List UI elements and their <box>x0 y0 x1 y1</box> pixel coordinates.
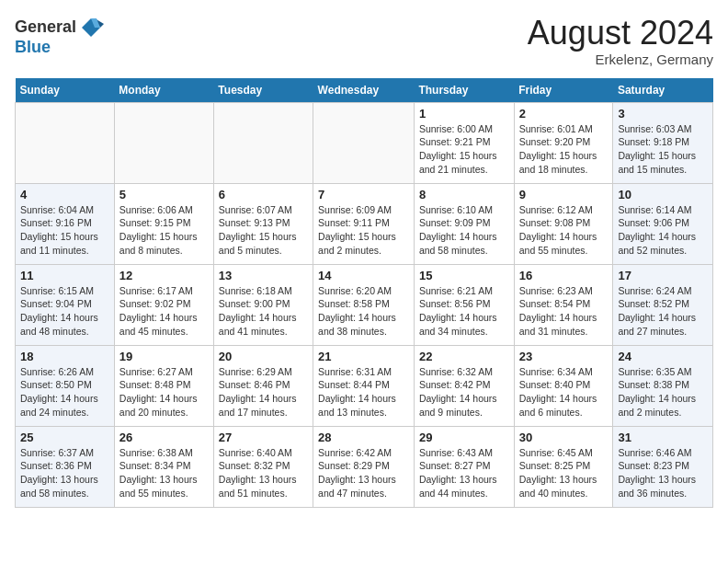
week-row-4: 18Sunrise: 6:26 AMSunset: 8:50 PMDayligh… <box>16 345 713 426</box>
day-info: Sunrise: 6:26 AMSunset: 8:50 PMDaylight:… <box>20 365 109 419</box>
day-number: 4 <box>20 188 109 201</box>
day-number: 8 <box>419 188 509 201</box>
day-header-sunday: Sunday <box>16 78 115 103</box>
calendar-cell <box>213 102 313 183</box>
day-header-friday: Friday <box>514 78 613 103</box>
day-header-wednesday: Wednesday <box>313 78 415 103</box>
calendar-cell: 31Sunrise: 6:46 AMSunset: 8:23 PMDayligh… <box>613 426 713 507</box>
calendar-cell: 21Sunrise: 6:31 AMSunset: 8:44 PMDayligh… <box>313 345 415 426</box>
day-number: 11 <box>20 269 109 282</box>
day-info: Sunrise: 6:34 AMSunset: 8:40 PMDaylight:… <box>519 365 609 419</box>
day-number: 25 <box>20 431 109 444</box>
calendar-cell: 4Sunrise: 6:04 AMSunset: 9:16 PMDaylight… <box>16 183 115 264</box>
calendar-cell: 23Sunrise: 6:34 AMSunset: 8:40 PMDayligh… <box>514 345 613 426</box>
day-info: Sunrise: 6:18 AMSunset: 9:00 PMDaylight:… <box>219 284 308 339</box>
day-info: Sunrise: 6:37 AMSunset: 8:36 PMDaylight:… <box>20 446 109 500</box>
calendar-cell: 8Sunrise: 6:10 AMSunset: 9:09 PMDaylight… <box>414 183 514 264</box>
day-info: Sunrise: 6:17 AMSunset: 9:02 PMDaylight:… <box>119 284 209 339</box>
logo-blue: Blue <box>15 39 104 57</box>
logo: General Blue <box>15 15 104 57</box>
calendar-cell: 24Sunrise: 6:35 AMSunset: 8:38 PMDayligh… <box>613 345 713 426</box>
calendar-cell <box>313 102 415 183</box>
calendar-cell <box>16 102 115 183</box>
calendar-cell: 7Sunrise: 6:09 AMSunset: 9:11 PMDaylight… <box>313 183 415 264</box>
week-row-3: 11Sunrise: 6:15 AMSunset: 9:04 PMDayligh… <box>16 264 713 345</box>
calendar-cell: 13Sunrise: 6:18 AMSunset: 9:00 PMDayligh… <box>213 264 313 345</box>
day-info: Sunrise: 6:43 AMSunset: 8:27 PMDaylight:… <box>419 446 509 500</box>
day-number: 5 <box>119 188 209 201</box>
day-number: 1 <box>419 107 509 121</box>
day-number: 27 <box>219 431 308 444</box>
calendar-cell: 6Sunrise: 6:07 AMSunset: 9:13 PMDaylight… <box>213 183 313 264</box>
day-number: 24 <box>618 350 708 363</box>
day-number: 13 <box>219 269 308 282</box>
day-number: 12 <box>119 269 209 282</box>
logo-icon <box>78 15 104 40</box>
day-number: 2 <box>519 107 609 121</box>
day-info: Sunrise: 6:32 AMSunset: 8:42 PMDaylight:… <box>419 365 509 419</box>
day-info: Sunrise: 6:03 AMSunset: 9:18 PMDaylight:… <box>618 122 708 177</box>
day-info: Sunrise: 6:24 AMSunset: 8:52 PMDaylight:… <box>618 284 708 339</box>
day-number: 16 <box>519 269 609 282</box>
logo-general: General <box>15 18 76 37</box>
day-number: 6 <box>219 188 308 201</box>
calendar-cell: 17Sunrise: 6:24 AMSunset: 8:52 PMDayligh… <box>613 264 713 345</box>
day-info: Sunrise: 6:46 AMSunset: 8:23 PMDaylight:… <box>618 446 708 500</box>
day-headers-row: SundayMondayTuesdayWednesdayThursdayFrid… <box>16 78 713 103</box>
day-info: Sunrise: 6:06 AMSunset: 9:15 PMDaylight:… <box>119 203 209 258</box>
day-info: Sunrise: 6:45 AMSunset: 8:25 PMDaylight:… <box>519 446 609 500</box>
day-number: 29 <box>419 431 509 444</box>
calendar-cell: 14Sunrise: 6:20 AMSunset: 8:58 PMDayligh… <box>313 264 415 345</box>
day-number: 9 <box>519 188 609 201</box>
calendar-cell: 25Sunrise: 6:37 AMSunset: 8:36 PMDayligh… <box>16 426 115 507</box>
calendar-cell: 20Sunrise: 6:29 AMSunset: 8:46 PMDayligh… <box>213 345 313 426</box>
calendar-cell <box>114 102 213 183</box>
day-info: Sunrise: 6:09 AMSunset: 9:11 PMDaylight:… <box>318 203 409 258</box>
calendar-cell: 1Sunrise: 6:00 AMSunset: 9:21 PMDaylight… <box>414 102 514 183</box>
day-info: Sunrise: 6:31 AMSunset: 8:44 PMDaylight:… <box>318 365 409 419</box>
day-info: Sunrise: 6:00 AMSunset: 9:21 PMDaylight:… <box>419 122 509 177</box>
calendar-cell: 28Sunrise: 6:42 AMSunset: 8:29 PMDayligh… <box>313 426 415 507</box>
week-row-2: 4Sunrise: 6:04 AMSunset: 9:16 PMDaylight… <box>16 183 713 264</box>
day-number: 18 <box>20 350 109 363</box>
day-info: Sunrise: 6:35 AMSunset: 8:38 PMDaylight:… <box>618 365 708 419</box>
day-info: Sunrise: 6:38 AMSunset: 8:34 PMDaylight:… <box>119 446 209 500</box>
day-info: Sunrise: 6:04 AMSunset: 9:16 PMDaylight:… <box>20 203 109 258</box>
day-number: 23 <box>519 350 609 363</box>
calendar-cell: 2Sunrise: 6:01 AMSunset: 9:20 PMDaylight… <box>514 102 613 183</box>
calendar-cell: 27Sunrise: 6:40 AMSunset: 8:32 PMDayligh… <box>213 426 313 507</box>
calendar-cell: 9Sunrise: 6:12 AMSunset: 9:08 PMDaylight… <box>514 183 613 264</box>
day-info: Sunrise: 6:14 AMSunset: 9:06 PMDaylight:… <box>618 203 708 258</box>
day-number: 21 <box>318 350 409 363</box>
calendar-cell: 30Sunrise: 6:45 AMSunset: 8:25 PMDayligh… <box>514 426 613 507</box>
day-header-saturday: Saturday <box>613 78 713 103</box>
day-number: 22 <box>419 350 509 363</box>
week-row-1: 1Sunrise: 6:00 AMSunset: 9:21 PMDaylight… <box>16 102 713 183</box>
calendar-cell: 11Sunrise: 6:15 AMSunset: 9:04 PMDayligh… <box>16 264 115 345</box>
calendar-cell: 10Sunrise: 6:14 AMSunset: 9:06 PMDayligh… <box>613 183 713 264</box>
day-info: Sunrise: 6:29 AMSunset: 8:46 PMDaylight:… <box>219 365 308 419</box>
day-info: Sunrise: 6:15 AMSunset: 9:04 PMDaylight:… <box>20 284 109 339</box>
day-header-thursday: Thursday <box>414 78 514 103</box>
day-number: 10 <box>618 188 708 201</box>
page-title: August 2024 <box>528 15 713 52</box>
calendar-cell: 22Sunrise: 6:32 AMSunset: 8:42 PMDayligh… <box>414 345 514 426</box>
day-number: 28 <box>318 431 409 444</box>
page-subtitle: Erkelenz, Germany <box>528 52 713 67</box>
day-number: 3 <box>618 107 708 121</box>
calendar-cell: 3Sunrise: 6:03 AMSunset: 9:18 PMDaylight… <box>613 102 713 183</box>
day-info: Sunrise: 6:21 AMSunset: 8:56 PMDaylight:… <box>419 284 509 339</box>
calendar-cell: 18Sunrise: 6:26 AMSunset: 8:50 PMDayligh… <box>16 345 115 426</box>
calendar-cell: 26Sunrise: 6:38 AMSunset: 8:34 PMDayligh… <box>114 426 213 507</box>
day-info: Sunrise: 6:42 AMSunset: 8:29 PMDaylight:… <box>318 446 409 500</box>
page-header: General Blue August 2024 Erkelenz, Germa… <box>15 15 713 67</box>
day-info: Sunrise: 6:10 AMSunset: 9:09 PMDaylight:… <box>419 203 509 258</box>
day-info: Sunrise: 6:40 AMSunset: 8:32 PMDaylight:… <box>219 446 308 500</box>
day-number: 17 <box>618 269 708 282</box>
day-info: Sunrise: 6:01 AMSunset: 9:20 PMDaylight:… <box>519 122 609 177</box>
calendar-cell: 29Sunrise: 6:43 AMSunset: 8:27 PMDayligh… <box>414 426 514 507</box>
day-number: 19 <box>119 350 209 363</box>
calendar-cell: 12Sunrise: 6:17 AMSunset: 9:02 PMDayligh… <box>114 264 213 345</box>
calendar-cell: 5Sunrise: 6:06 AMSunset: 9:15 PMDaylight… <box>114 183 213 264</box>
day-info: Sunrise: 6:20 AMSunset: 8:58 PMDaylight:… <box>318 284 409 339</box>
